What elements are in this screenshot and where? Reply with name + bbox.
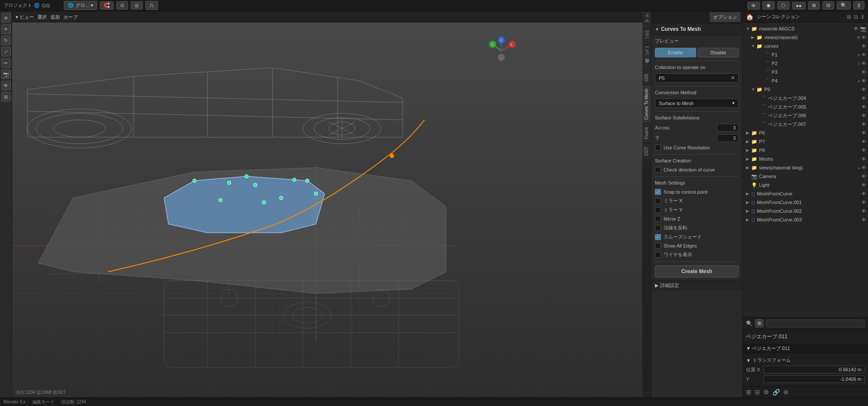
- tree-item-meshs[interactable]: ▶ 📁 Meshs 👁: [743, 155, 868, 163]
- vtab-create[interactable]: 作成: [642, 63, 651, 70]
- tree-item-mfc002[interactable]: ▶ ◻ MeshFromCurve.002 👁: [743, 207, 868, 215]
- tree-item-light[interactable]: 💡 Light 👁: [743, 181, 868, 189]
- eye-icon[interactable]: 👁: [861, 87, 866, 92]
- scene-topbar-icon1[interactable]: ⊞: [847, 14, 851, 20]
- eye-icon[interactable]: 👁: [861, 104, 866, 109]
- tree-item-maserati[interactable]: ▼ 📁 maserati A6GCS 👁 📷: [743, 24, 868, 33]
- snap-checkbox[interactable]: [655, 189, 661, 195]
- mirror-x-checkbox[interactable]: [655, 198, 661, 204]
- use-curve-res-checkbox[interactable]: [655, 145, 661, 151]
- eye-icon[interactable]: 👁: [861, 122, 866, 127]
- wire-checkbox[interactable]: [655, 252, 661, 258]
- tree-item-mfc[interactable]: ▶ ◻ MeshFromCurve 👁: [743, 189, 868, 198]
- eye-icon[interactable]: 👁: [861, 130, 866, 135]
- tree-item-curves[interactable]: ▼ 📁 curves 👁: [743, 42, 868, 50]
- eye-icon[interactable]: 👁: [861, 52, 866, 57]
- eye-icon[interactable]: 👁: [861, 113, 866, 118]
- cursor-tool[interactable]: ⊕: [1, 13, 11, 23]
- disable-btn[interactable]: Disable: [698, 48, 739, 57]
- tree-item-views-maserati[interactable]: ▶ 📁 views(maserati) V 👁: [743, 33, 868, 42]
- vtab-tools[interactable]: ツール: [642, 28, 651, 45]
- vtab-view[interactable]: ビュー: [642, 45, 651, 63]
- search-btn[interactable]: 🔍: [837, 1, 851, 10]
- eye-icon[interactable]: 👁: [861, 156, 866, 162]
- transform-btn[interactable]: 八: [145, 1, 158, 10]
- eye-icon[interactable]: 👁: [861, 208, 866, 214]
- conversion-field[interactable]: Surface to Mesh ▾: [655, 99, 739, 108]
- eye-icon[interactable]: 👁: [861, 35, 866, 40]
- view-tool[interactable]: 👁: [1, 81, 11, 90]
- eye-icon[interactable]: 👁: [854, 26, 858, 31]
- tree-item-p8[interactable]: ▶ 📁 P8 👁: [743, 146, 868, 155]
- scene-icon-btn1[interactable]: ⊞: [755, 319, 763, 327]
- eye-icon[interactable]: 👁: [861, 139, 866, 144]
- tree-item-bezier005[interactable]: ⌒ ベジエカーブ.005 👁: [743, 102, 868, 111]
- render-mode-btn[interactable]: ◉: [763, 1, 775, 10]
- eye-icon[interactable]: 👁: [861, 217, 866, 222]
- viewport-overlays-btn[interactable]: ⬡: [777, 1, 789, 10]
- tree-item-p3[interactable]: ⌒ P3 👁: [743, 68, 868, 76]
- vtab-curves-to-mesh[interactable]: Curves To Mesh: [642, 85, 651, 123]
- eye-icon[interactable]: 👁: [861, 200, 866, 205]
- options-btn[interactable]: オプション: [710, 12, 740, 22]
- mirror-z-checkbox[interactable]: [655, 216, 661, 222]
- viewport-shade-btn[interactable]: 👁: [747, 2, 760, 10]
- tree-item-bezier006[interactable]: ⌒ ベジエカーブ.006 👁: [743, 111, 868, 120]
- scene-search-input[interactable]: [766, 320, 865, 327]
- tree-item-views-blog[interactable]: ▶ 📁 views(maserati blog) ₄ 👁: [743, 163, 868, 172]
- pos-x-value[interactable]: 0.66142 m: [763, 366, 865, 373]
- overlay-btn[interactable]: ⊙: [116, 1, 128, 10]
- global-view-btn[interactable]: 🌐 グロ... ▾: [64, 1, 97, 10]
- vtab-fluent[interactable]: Fluent: [642, 123, 651, 143]
- tree-item-p1[interactable]: ⌒ P1 ₃ 👁: [743, 50, 868, 59]
- create-mesh-btn[interactable]: Create Mesh: [655, 265, 739, 277]
- props-icon2[interactable]: ⊟: [755, 389, 760, 396]
- tree-item-p7[interactable]: ▶ 📁 P7 👁: [743, 137, 868, 146]
- props-icon3[interactable]: ⚙: [763, 389, 769, 396]
- tree-item-p6[interactable]: ▶ 📁 P6 👁: [743, 129, 868, 137]
- tree-item-mfc001[interactable]: ▶ ◻ MeshFromCurve.001 👁: [743, 198, 868, 207]
- viewport[interactable]: ▾ ビュー 選択 追加 カーブ: [12, 11, 642, 397]
- camera-tool[interactable]: 📷: [1, 69, 11, 79]
- details-row[interactable]: ▶ 詳細設定: [651, 280, 742, 290]
- smooth-shade-checkbox[interactable]: [655, 234, 661, 240]
- move-tool[interactable]: ✛: [1, 24, 11, 34]
- eye-icon[interactable]: 👁: [861, 165, 866, 170]
- eye-icon[interactable]: 👁: [861, 69, 866, 75]
- eye-icon[interactable]: 👁: [861, 191, 866, 196]
- shading-btns[interactable]: ●●: [792, 2, 806, 10]
- tree-item-p2[interactable]: ⌒ P2 ₂ 👁: [743, 59, 868, 68]
- props-icon5[interactable]: ⊛: [783, 389, 789, 396]
- props-icon4[interactable]: 🔗: [773, 389, 780, 396]
- scene-topbar-icon2[interactable]: ⊟: [854, 14, 858, 20]
- eye-icon[interactable]: 👁: [861, 43, 866, 49]
- eye-icon[interactable]: 👁: [861, 182, 866, 188]
- enable-btn[interactable]: Enable: [655, 48, 696, 57]
- tree-item-bezier004[interactable]: ⌒ ベジエカーブ.004 👁: [743, 94, 868, 102]
- across-input[interactable]: 3: [717, 124, 739, 132]
- flip-normals-checkbox[interactable]: [655, 225, 661, 231]
- rotate-tool[interactable]: ↻: [1, 36, 11, 45]
- props-icon1[interactable]: ⊞: [746, 389, 751, 396]
- scale-tool[interactable]: ⤢: [1, 47, 11, 56]
- vtab-gis[interactable]: GIS: [642, 70, 651, 85]
- eye-icon[interactable]: 👁: [861, 174, 866, 179]
- proportional-btn[interactable]: ◎: [131, 1, 143, 10]
- eye-icon[interactable]: 👁: [861, 61, 866, 66]
- down-input[interactable]: 3: [717, 134, 739, 142]
- filter-icon[interactable]: ⊻: [861, 14, 865, 20]
- tree-item-p5[interactable]: ▼ 📁 P5 👁: [743, 85, 868, 94]
- collection-field[interactable]: P5 ✕: [655, 73, 739, 83]
- pos-y-value[interactable]: -1.0406 m: [763, 375, 865, 383]
- snap-btn[interactable]: 🧲: [100, 1, 114, 10]
- eye-icon[interactable]: 👁: [861, 96, 866, 101]
- tree-item-camera[interactable]: 📷 Camera 👁: [743, 172, 868, 181]
- vtab-material[interactable]: マテ: [642, 11, 651, 28]
- tree-item-mfc003[interactable]: ▶ ◻ MeshFromCurve.003 👁: [743, 215, 868, 224]
- eye-icon[interactable]: 👁: [861, 78, 866, 83]
- layout-btn[interactable]: ⊞: [808, 1, 820, 10]
- mirror-y-checkbox[interactable]: [655, 207, 661, 213]
- annotate-tool[interactable]: ✏: [1, 58, 11, 68]
- vtab-cot[interactable]: COT: [642, 143, 651, 159]
- tree-item-bezier007[interactable]: ⌒ ベジエカーブ.007 👁: [743, 120, 868, 129]
